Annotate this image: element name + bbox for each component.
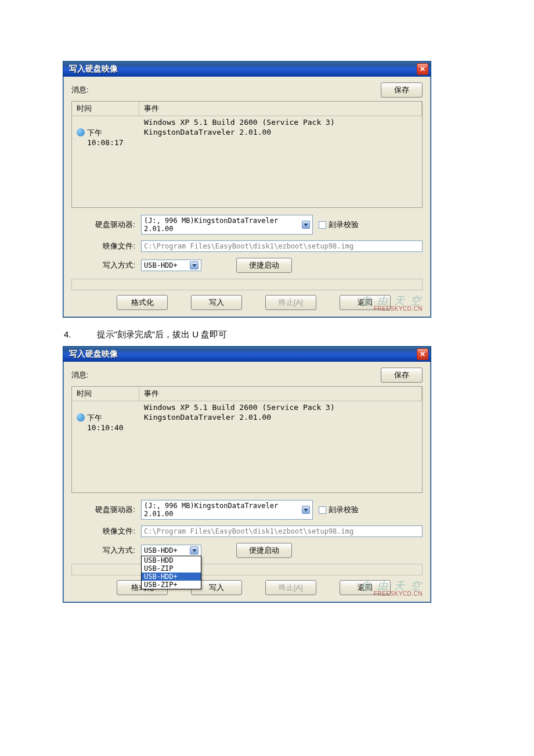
table-row: Windows XP 5.1 Build 2600 (Service Pack … [72, 402, 422, 412]
write-mode-dropdown[interactable]: USB-HDD USB-ZIP USB-HDD+ USB-ZIP+ [141, 556, 201, 589]
col-header-time[interactable]: 时间 [72, 102, 139, 116]
write-mode-select[interactable]: USB-HDD+ [141, 260, 201, 271]
progress-bar [71, 279, 423, 290]
instruction-step-4: 4.提示"刻录完成"后，拔出 U 盘即可 [64, 329, 534, 340]
col-header-event[interactable]: 事件 [139, 102, 422, 116]
save-button[interactable]: 保存 [381, 368, 423, 383]
progress-bar [71, 564, 423, 575]
image-file-label: 映像文件: [71, 241, 141, 251]
window-title: 写入硬盘映像 [69, 64, 118, 74]
verify-checkbox[interactable]: 刻录校验 [319, 505, 359, 515]
log-table: 时间 事件 Windows XP 5.1 Build 2600 (Service… [71, 101, 423, 208]
write-mode-label: 写入方式: [71, 545, 141, 556]
verify-checkbox[interactable]: 刻录校验 [319, 219, 359, 230]
chevron-down-icon[interactable] [190, 261, 199, 269]
drive-label: 硬盘驱动器: [71, 505, 141, 515]
option-usb-zip-plus[interactable]: USB-ZIP+ [142, 581, 201, 589]
window-title: 写入硬盘映像 [69, 349, 118, 359]
quick-boot-button[interactable]: 便捷启动 [236, 258, 292, 273]
write-mode-select[interactable]: USB-HDD+ [141, 545, 201, 556]
close-icon[interactable]: ✕ [417, 348, 428, 360]
option-usb-hdd-plus[interactable]: USB-HDD+ [142, 573, 201, 581]
log-table: 时间 事件 Windows XP 5.1 Build 2600 (Service… [71, 386, 423, 493]
titlebar[interactable]: 写入硬盘映像 ✕ [63, 62, 431, 77]
globe-icon [77, 413, 85, 422]
back-button[interactable]: 返回 [340, 295, 391, 310]
image-file-field: C:\Program Files\EasyBoot\disk1\ezboot\s… [141, 525, 423, 537]
abort-button: 终止[A] [265, 580, 316, 595]
drive-select[interactable]: (J:, 996 MB)KingstonDataTraveler 2.01.00 [141, 215, 313, 235]
table-row: 下午 10:08:17 KingstonDataTraveler 2.01.00 [72, 127, 422, 147]
chevron-down-icon[interactable] [190, 546, 199, 555]
quick-boot-button[interactable]: 便捷启动 [236, 543, 292, 558]
save-button[interactable]: 保存 [381, 82, 423, 98]
chevron-down-icon[interactable] [302, 506, 310, 514]
write-mode-label: 写入方式: [71, 260, 141, 271]
drive-label: 硬盘驱动器: [71, 219, 141, 230]
table-row: 下午 10:10:40 KingstonDataTraveler 2.01.00 [72, 412, 422, 433]
write-button[interactable]: 写入 [191, 295, 242, 310]
image-file-field: C:\Program Files\EasyBoot\disk1\ezboot\s… [141, 240, 423, 252]
back-button[interactable]: 返回 [340, 580, 391, 595]
message-label: 消息: [71, 85, 89, 95]
globe-icon [77, 128, 85, 136]
message-label: 消息: [71, 370, 89, 380]
option-usb-zip[interactable]: USB-ZIP [142, 564, 201, 573]
drive-select[interactable]: (J:, 996 MB)KingstonDataTraveler 2.01.00 [141, 500, 313, 520]
image-file-label: 映像文件: [71, 526, 141, 537]
option-usb-hdd[interactable]: USB-HDD [142, 556, 201, 564]
dialog-write-disk-image-2: 写入硬盘映像 ✕ 消息: 保存 时间 事件 Windows XP 5.1 Bui… [63, 346, 431, 603]
titlebar[interactable]: 写入硬盘映像 ✕ [63, 347, 431, 362]
col-header-event[interactable]: 事件 [139, 387, 422, 401]
table-row: Windows XP 5.1 Build 2600 (Service Pack … [72, 117, 422, 127]
chevron-down-icon[interactable] [302, 221, 310, 229]
abort-button: 终止[A] [265, 295, 316, 310]
col-header-time[interactable]: 时间 [72, 387, 139, 401]
close-icon[interactable]: ✕ [417, 63, 428, 75]
dialog-write-disk-image-1: 写入硬盘映像 ✕ 消息: 保存 时间 事件 Windows XP 5.1 Bui… [63, 61, 431, 318]
format-button[interactable]: 格式化 [117, 295, 168, 310]
